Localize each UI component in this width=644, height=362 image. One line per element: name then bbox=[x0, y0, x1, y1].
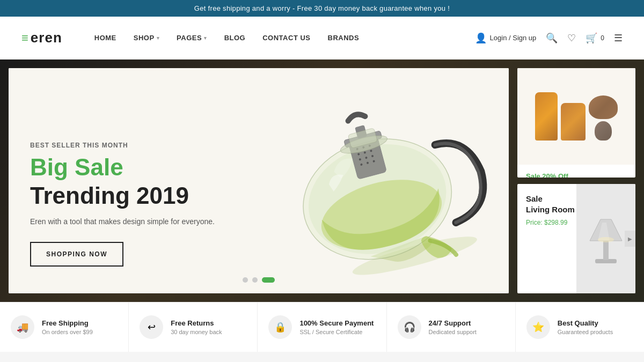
feature-bar: 🚚 Free Shipping On orders over $99 ↩ Fre… bbox=[0, 302, 644, 352]
hero-section: BEST SELLER THIS MONTH Big Sale Trending… bbox=[0, 60, 644, 302]
cart-icon: 🛒 bbox=[586, 32, 597, 44]
cart-button[interactable]: 🛒 0 bbox=[586, 32, 604, 44]
decor-panel-content: Sale 20% Off Home Decor & Lighting bbox=[517, 165, 635, 178]
slider-subtitle: BEST SELLER THIS MONTH bbox=[30, 142, 487, 149]
vase-small bbox=[595, 121, 612, 141]
quality-subtitle: Guaranteed products bbox=[558, 329, 613, 335]
header: ≡ eren HOME SHOP ▾ PAGES ▾ BLOG CONTACT … bbox=[0, 17, 644, 60]
nav-brands[interactable]: BRANDS bbox=[328, 34, 360, 42]
hero-slider: BEST SELLER THIS MONTH Big Sale Trending… bbox=[9, 68, 509, 293]
quality-title: Best Quality bbox=[558, 319, 613, 327]
slider-title-black: Trending 2019 bbox=[30, 183, 487, 209]
shipping-icon: 🚚 bbox=[11, 315, 34, 339]
hamburger-icon: ☰ bbox=[614, 32, 623, 44]
support-subtitle: Dedicated support bbox=[429, 329, 477, 335]
support-icon: 🎧 bbox=[398, 315, 421, 339]
login-button[interactable]: 👤 Login / Sign up bbox=[475, 32, 537, 44]
returns-title: Free Returns bbox=[171, 319, 222, 327]
feature-secure: 🔒 100% Secure Payment SSL / Secure Certi… bbox=[258, 302, 386, 352]
vase-medium bbox=[561, 103, 586, 141]
feature-quality-text: Best Quality Guaranteed products bbox=[558, 319, 613, 335]
shop-chevron: ▾ bbox=[157, 35, 160, 41]
shipping-title: Free Shipping bbox=[42, 319, 93, 327]
feature-shipping: 🚚 Free Shipping On orders over $99 bbox=[0, 302, 129, 352]
nav-contact[interactable]: CONTACT US bbox=[262, 34, 310, 42]
slider-content: BEST SELLER THIS MONTH Big Sale Trending… bbox=[9, 120, 509, 293]
slider-title-green: Big Sale bbox=[30, 154, 487, 180]
slider-description: Eren with a tool that makes design simpl… bbox=[30, 217, 487, 226]
sidebar-panel-living[interactable]: Sale Living Room Price: $298.99 bbox=[517, 184, 635, 293]
logo-text: eren bbox=[31, 29, 62, 46]
hero-sidebar: Sale 20% Off Home Decor & Lighting Sale … bbox=[517, 68, 635, 293]
living-price: Price: $298.99 bbox=[526, 219, 627, 226]
header-actions: 👤 Login / Sign up 🔍 ♡ 🛒 0 ☰ bbox=[475, 32, 623, 44]
nav-shop[interactable]: SHOP ▾ bbox=[134, 34, 159, 42]
banner-text: Get free shipping and a worry - Free 30 … bbox=[194, 4, 450, 12]
menu-button[interactable]: ☰ bbox=[614, 32, 623, 44]
decor-image bbox=[517, 68, 635, 165]
feature-support-text: 24/7 Support Dedicated support bbox=[429, 319, 477, 335]
nav-home[interactable]: HOME bbox=[94, 34, 116, 42]
feature-support: 🎧 24/7 Support Dedicated support bbox=[387, 302, 516, 352]
vase-wide bbox=[589, 95, 618, 119]
feature-returns: ↩ Free Returns 30 day money back bbox=[129, 302, 258, 352]
feature-quality: ⭐ Best Quality Guaranteed products bbox=[516, 302, 644, 352]
shop-now-button[interactable]: SHOPPING NOW bbox=[30, 242, 123, 267]
logo[interactable]: ≡ eren bbox=[21, 29, 62, 46]
pages-chevron: ▾ bbox=[204, 35, 207, 41]
cart-count: 0 bbox=[601, 34, 604, 42]
dot-2[interactable] bbox=[252, 277, 258, 283]
vase-tall bbox=[535, 92, 558, 141]
secure-subtitle: SSL / Secure Certificate bbox=[299, 329, 374, 335]
sidebar-panel-decor[interactable]: Sale 20% Off Home Decor & Lighting bbox=[517, 68, 635, 178]
returns-subtitle: 30 day money back bbox=[171, 329, 222, 335]
logo-icon: ≡ bbox=[21, 32, 28, 44]
heart-icon: ♡ bbox=[567, 32, 576, 44]
dot-3[interactable] bbox=[262, 277, 275, 283]
living-sale-text: Sale Living Room bbox=[526, 194, 627, 215]
secure-title: 100% Secure Payment bbox=[299, 319, 374, 327]
search-button[interactable]: 🔍 bbox=[546, 32, 558, 44]
top-banner: Get free shipping and a worry - Free 30 … bbox=[0, 0, 644, 17]
quality-icon: ⭐ bbox=[526, 315, 550, 339]
support-title: 24/7 Support bbox=[429, 319, 477, 327]
user-icon: 👤 bbox=[475, 32, 487, 44]
returns-icon: ↩ bbox=[140, 315, 163, 339]
feature-returns-text: Free Returns 30 day money back bbox=[171, 319, 222, 335]
decor-sale-text: Sale 20% Off bbox=[526, 172, 627, 178]
search-icon: 🔍 bbox=[546, 32, 558, 44]
vase-group bbox=[524, 82, 628, 151]
nav-pages[interactable]: PAGES ▾ bbox=[177, 34, 207, 42]
feature-secure-text: 100% Secure Payment SSL / Secure Certifi… bbox=[299, 319, 374, 335]
nav-blog[interactable]: BLOG bbox=[224, 34, 246, 42]
feature-shipping-text: Free Shipping On orders over $99 bbox=[42, 319, 93, 335]
dot-1[interactable] bbox=[243, 277, 248, 283]
shipping-subtitle: On orders over $99 bbox=[42, 329, 93, 335]
secure-icon: 🔒 bbox=[268, 315, 292, 339]
wishlist-button[interactable]: ♡ bbox=[567, 32, 576, 44]
living-panel-content: Sale Living Room Price: $298.99 bbox=[517, 184, 635, 293]
slider-dots bbox=[243, 277, 275, 283]
main-nav: HOME SHOP ▾ PAGES ▾ BLOG CONTACT US BRAN… bbox=[94, 34, 475, 42]
